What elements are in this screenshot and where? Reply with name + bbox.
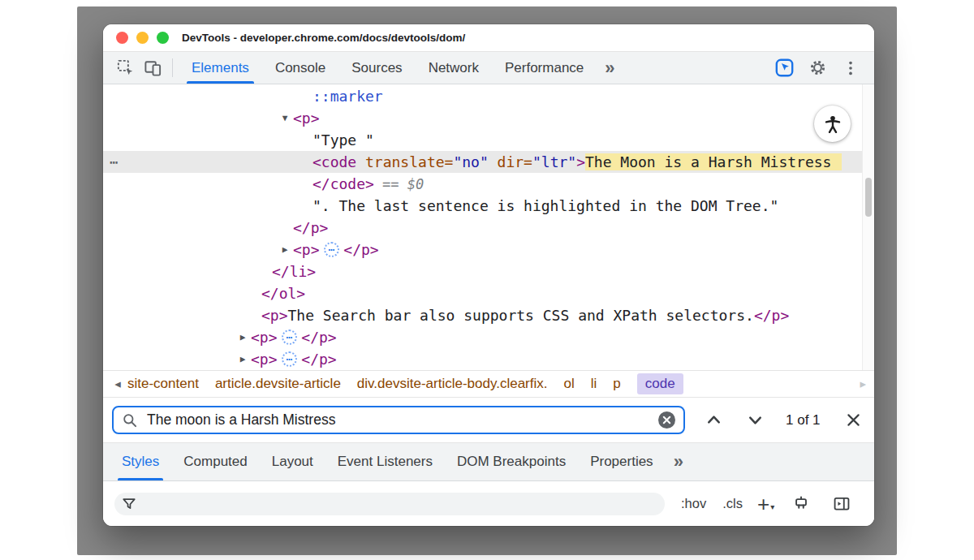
dom-tree-row[interactable]: ▶<p>⋯</p>	[103, 239, 863, 261]
zoom-window-button[interactable]	[157, 32, 169, 44]
dom-tree-row[interactable]: </li>	[103, 261, 863, 282]
accessibility-person-icon[interactable]	[814, 106, 851, 142]
row-overflow-ellipsis-icon[interactable]: ⋯	[110, 151, 119, 173]
vertical-scrollbar[interactable]	[862, 84, 874, 370]
breadcrumb-scroll-right-icon[interactable]: ▸	[860, 377, 869, 391]
breadcrumb-item[interactable]: p	[613, 376, 620, 392]
toolbar-right-icons	[774, 52, 874, 84]
dom-tree-row[interactable]: </code> == $0	[103, 173, 863, 195]
code-token: </p>	[301, 329, 336, 346]
dom-tree-row[interactable]: ▼<p>	[103, 107, 863, 129]
expand-children-button[interactable]: ⋯	[324, 242, 340, 257]
search-input[interactable]	[145, 411, 658, 429]
tab-sources[interactable]: Sources	[338, 52, 415, 84]
code-token: The Moon is a Harsh Mistress	[585, 153, 842, 170]
more-panels-icon[interactable]: »	[597, 52, 623, 84]
window-controls	[116, 32, 169, 44]
breadcrumb-item[interactable]: code	[637, 373, 683, 394]
tab-styles[interactable]: Styles	[110, 443, 171, 480]
tab-event-listeners[interactable]: Event Listeners	[325, 443, 445, 480]
clear-search-icon[interactable]	[658, 411, 675, 429]
code-token: <p>	[293, 241, 320, 258]
styles-tab-strip: StylesComputedLayoutEvent ListenersDOM B…	[110, 443, 666, 480]
code-token: </p>	[293, 219, 328, 236]
code-token: <p>	[251, 329, 278, 346]
code-token: ::marker	[312, 88, 383, 105]
code-token: translate=	[356, 153, 453, 170]
code-token: "Type "	[312, 131, 374, 149]
search-result-count: 1 of 1	[786, 412, 821, 429]
sidebar-tabs: StylesComputedLayoutEvent ListenersDOM B…	[103, 443, 874, 481]
breadcrumb-item[interactable]: article.devsite-article	[215, 376, 341, 392]
code-token: </li>	[272, 263, 316, 280]
code-token: "ltr"	[532, 153, 576, 170]
title-bar: DevTools - developer.chrome.com/docs/dev…	[103, 24, 874, 52]
code-token: </p>	[754, 307, 789, 324]
toggle-element-state-button[interactable]: :hov	[681, 496, 706, 511]
previous-result-chevron-up-icon[interactable]	[705, 411, 723, 429]
code-token: <code	[312, 153, 356, 170]
tab-dom-breakpoints[interactable]: DOM Breakpoints	[445, 443, 578, 480]
styles-filter-input[interactable]	[114, 493, 665, 515]
close-search-icon[interactable]	[845, 411, 862, 429]
dom-tree-row[interactable]: <p>The Search bar also supports CSS and …	[103, 304, 863, 326]
expand-children-button[interactable]: ⋯	[282, 351, 298, 367]
tab-performance[interactable]: Performance	[492, 52, 597, 84]
element-classes-button[interactable]: .cls	[722, 496, 743, 511]
caret-down-icon: ▾	[770, 502, 774, 511]
code-token: <p>	[293, 110, 320, 127]
tab-properties[interactable]: Properties	[578, 443, 665, 480]
expand-children-button[interactable]: ⋯	[282, 330, 298, 345]
settings-gear-icon[interactable]	[807, 58, 828, 77]
twisty-closed-icon[interactable]: ▶	[235, 332, 251, 342]
new-style-rule-button[interactable]: + ▾	[757, 496, 774, 512]
code-token: == $0	[374, 176, 424, 192]
twisty-closed-icon[interactable]: ▶	[277, 244, 293, 255]
tab-network[interactable]: Network	[416, 52, 492, 84]
code-token: dir=	[489, 153, 532, 170]
breadcrumb-item[interactable]: li	[591, 376, 597, 392]
toggle-sidebar-icon[interactable]	[833, 495, 851, 513]
pick-element-icon[interactable]	[774, 58, 795, 78]
next-result-chevron-down-icon[interactable]	[746, 411, 765, 429]
dom-tree-row[interactable]: </ol>	[103, 282, 863, 304]
tab-console[interactable]: Console	[262, 52, 338, 84]
more-sidebar-tabs-icon[interactable]: »	[666, 443, 692, 480]
tab-layout[interactable]: Layout	[260, 443, 325, 480]
scrollbar-thumb[interactable]	[865, 178, 872, 217]
inspect-element-icon[interactable]	[111, 52, 139, 84]
dom-tree-row[interactable]: <code translate="no" dir="ltr">The Moon …	[103, 151, 863, 173]
main-toolbar: ElementsConsoleSourcesNetworkPerformance…	[103, 52, 874, 84]
search-icon	[122, 412, 138, 429]
minimize-window-button[interactable]	[136, 32, 149, 44]
dom-tree-row[interactable]: ::marker	[103, 85, 863, 107]
device-toolbar-icon[interactable]	[139, 52, 166, 84]
twisty-open-icon[interactable]: ▼	[277, 113, 293, 123]
plug-icon[interactable]	[792, 495, 810, 513]
breadcrumb-item[interactable]: site-content	[127, 376, 199, 392]
plus-icon: +	[757, 496, 769, 512]
breadcrumb-item[interactable]: ol	[563, 376, 574, 392]
breadcrumb: site-contentarticle.devsite-articlediv.d…	[127, 373, 693, 394]
twisty-closed-icon[interactable]: ▶	[235, 354, 251, 364]
kebab-menu-icon[interactable]	[840, 59, 861, 77]
close-window-button[interactable]	[116, 32, 128, 44]
breadcrumb-scroll-left-icon[interactable]: ◂	[108, 377, 127, 391]
dom-tree-row[interactable]: ▶<p>⋯</p>	[103, 326, 863, 348]
tab-computed[interactable]: Computed	[171, 443, 259, 480]
code-token: The Search bar also supports CSS and XPa…	[288, 307, 754, 324]
toolbar-divider	[172, 58, 173, 77]
dom-tree-row[interactable]: </p>	[103, 217, 863, 239]
code-token: <p>	[251, 351, 278, 368]
dom-tree-row[interactable]: ". The last sentence is highlighted in t…	[103, 195, 863, 217]
code-token: <p>	[261, 307, 288, 324]
search-bar: 1 of 1	[103, 398, 874, 443]
code-token: "no"	[453, 153, 488, 170]
search-box	[112, 406, 685, 434]
dom-tree-row[interactable]: "Type "	[103, 129, 863, 151]
breadcrumb-item[interactable]: div.devsite-article-body.clearfix.	[357, 376, 548, 392]
tab-elements[interactable]: Elements	[179, 52, 262, 84]
code-token: </p>	[343, 241, 378, 258]
code-token: </ol>	[261, 285, 305, 302]
dom-tree-row[interactable]: ▶<p>⋯</p>	[103, 348, 863, 370]
